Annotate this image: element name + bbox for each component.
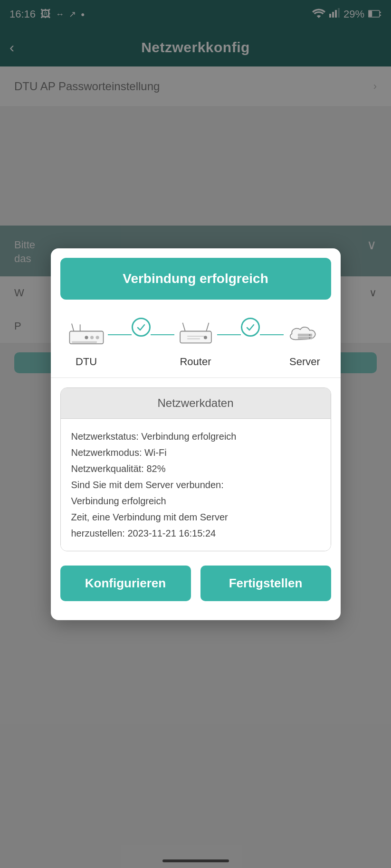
modal-overlay: Verbindung erfolgreich	[0, 0, 391, 868]
svg-point-23	[309, 334, 311, 336]
check-2	[241, 318, 260, 337]
line-seg-3	[217, 334, 241, 335]
check-1	[132, 318, 151, 337]
router-item: Router	[174, 317, 217, 368]
router-icon	[174, 317, 217, 350]
conn-line-1	[108, 318, 174, 352]
svg-line-16	[206, 323, 209, 331]
server-icon	[284, 317, 326, 350]
modal-header: Verbindung erfolgreich	[60, 258, 331, 300]
svg-line-15	[182, 323, 185, 331]
line-seg-2	[151, 334, 174, 335]
dtu-item: DTU	[65, 317, 108, 368]
router-label: Router	[180, 356, 211, 368]
svg-rect-14	[71, 341, 96, 343]
dtu-label: DTU	[76, 356, 97, 368]
modal-buttons: Konfigurieren Fertigstellen	[60, 566, 331, 601]
svg-line-9	[71, 324, 73, 331]
svg-point-13	[95, 336, 99, 339]
line-seg-4	[260, 334, 284, 335]
svg-point-11	[85, 336, 88, 339]
server-item: Server	[284, 317, 326, 368]
svg-point-12	[90, 336, 94, 339]
svg-point-20	[203, 336, 207, 339]
network-data-header: Netzwerkdaten	[61, 388, 331, 419]
modal-divider	[51, 377, 341, 378]
svg-point-24	[309, 337, 311, 339]
line-seg-1	[108, 334, 132, 335]
server-label: Server	[289, 356, 320, 368]
dtu-icon	[65, 317, 108, 350]
finish-button[interactable]: Fertigstellen	[200, 566, 331, 601]
conn-line-2	[217, 318, 284, 352]
network-data-box: Netzwerkdaten Netzwerkstatus: Verbindung…	[60, 387, 331, 551]
modal-dialog: Verbindung erfolgreich	[51, 248, 341, 620]
network-data-content: Netzwerkstatus: Verbindung erfolgreich N…	[61, 419, 331, 551]
configure-button[interactable]: Konfigurieren	[60, 566, 191, 601]
connection-diagram: DTU	[51, 300, 341, 373]
